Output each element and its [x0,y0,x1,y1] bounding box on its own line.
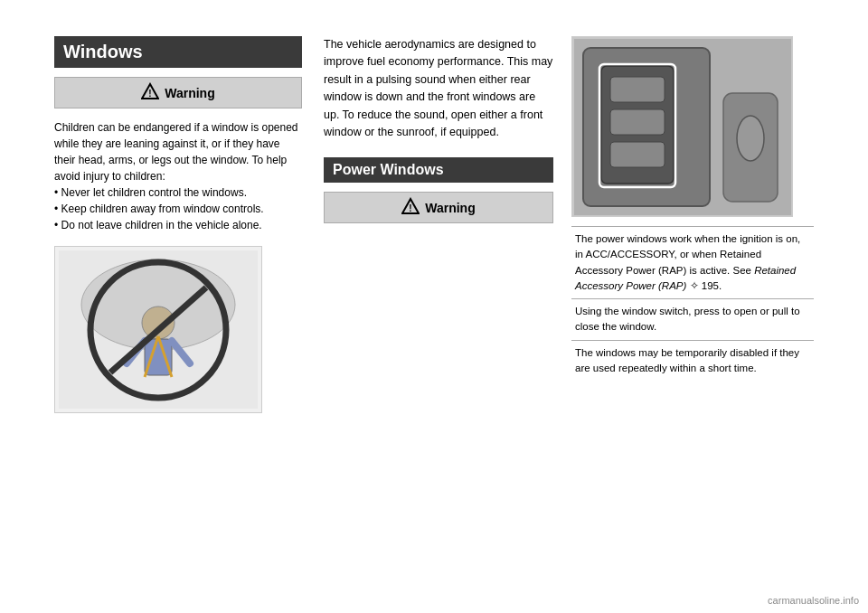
power-windows-title: Power Windows [324,157,553,183]
svg-text:!: ! [149,89,152,99]
page-container: Windows ! Warning Children can be endang… [0,0,868,613]
right-column: The power windows work when the ignition… [561,36,814,577]
svg-point-22 [737,116,764,161]
svg-rect-17 [610,77,665,102]
info-block-3: The windows may be temporarily disabled … [571,340,814,382]
windows-warning-bar: ! Warning [54,77,302,108]
warning-triangle-icon: ! [141,82,159,103]
windows-title: Windows [54,36,302,68]
svg-rect-5 [145,339,172,375]
power-windows-warning-label: Warning [425,201,475,215]
watermark: carmanualsoline.info [768,595,859,606]
power-warning-triangle-icon: ! [401,197,420,218]
middle-column: The vehicle aerodynamics are designed to… [316,36,561,577]
info-block-2: Using the window switch, press to open o… [571,298,814,340]
left-column: Windows ! Warning Children can be endang… [54,36,316,577]
car-window-switch-image [571,36,793,217]
info-block-1: The power windows work when the ignition… [571,226,814,298]
left-illustration [54,246,262,413]
svg-rect-19 [610,142,665,167]
svg-rect-18 [610,109,665,135]
aero-description-text: The vehicle aerodynamics are designed to… [324,36,553,141]
windows-warning-label: Warning [165,86,214,100]
windows-warning-text: Children can be endangered if a window i… [54,119,302,233]
power-windows-warning-bar: ! Warning [324,192,553,223]
svg-text:!: ! [410,203,412,213]
